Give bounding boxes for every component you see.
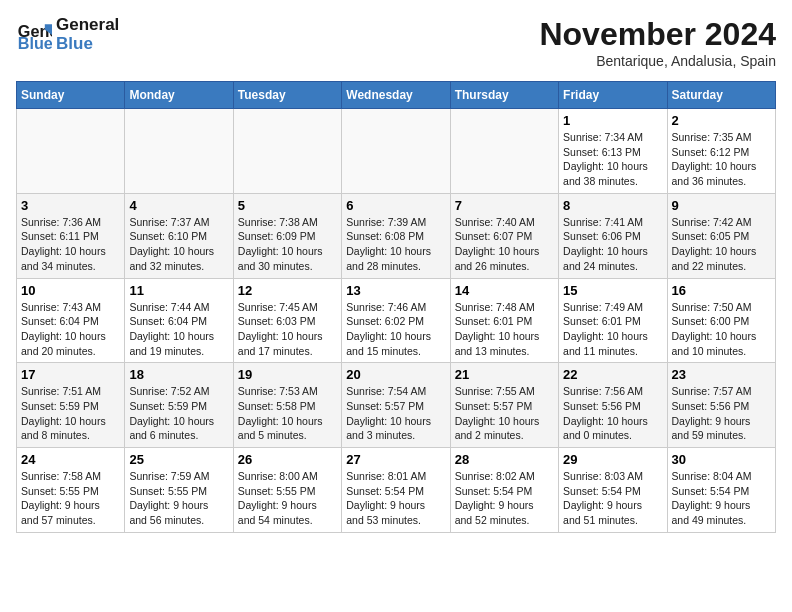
weekday-header-tuesday: Tuesday [233, 82, 341, 109]
calendar-cell [233, 109, 341, 194]
day-info: Sunrise: 7:54 AM Sunset: 5:57 PM Dayligh… [346, 384, 445, 443]
calendar-cell: 13Sunrise: 7:46 AM Sunset: 6:02 PM Dayli… [342, 278, 450, 363]
day-number: 16 [672, 283, 771, 298]
day-number: 18 [129, 367, 228, 382]
day-number: 27 [346, 452, 445, 467]
day-info: Sunrise: 8:01 AM Sunset: 5:54 PM Dayligh… [346, 469, 445, 528]
week-row-3: 10Sunrise: 7:43 AM Sunset: 6:04 PM Dayli… [17, 278, 776, 363]
header: General Blue General Blue November 2024 … [16, 16, 776, 69]
calendar-cell: 14Sunrise: 7:48 AM Sunset: 6:01 PM Dayli… [450, 278, 558, 363]
logo-line2: Blue [56, 35, 119, 54]
day-info: Sunrise: 8:02 AM Sunset: 5:54 PM Dayligh… [455, 469, 554, 528]
calendar-cell: 29Sunrise: 8:03 AM Sunset: 5:54 PM Dayli… [559, 448, 667, 533]
logo: General Blue General Blue [16, 16, 119, 53]
week-row-2: 3Sunrise: 7:36 AM Sunset: 6:11 PM Daylig… [17, 193, 776, 278]
calendar-cell: 17Sunrise: 7:51 AM Sunset: 5:59 PM Dayli… [17, 363, 125, 448]
day-number: 19 [238, 367, 337, 382]
day-number: 11 [129, 283, 228, 298]
calendar-cell: 15Sunrise: 7:49 AM Sunset: 6:01 PM Dayli… [559, 278, 667, 363]
day-info: Sunrise: 7:43 AM Sunset: 6:04 PM Dayligh… [21, 300, 120, 359]
day-info: Sunrise: 7:34 AM Sunset: 6:13 PM Dayligh… [563, 130, 662, 189]
day-info: Sunrise: 7:41 AM Sunset: 6:06 PM Dayligh… [563, 215, 662, 274]
calendar-cell: 3Sunrise: 7:36 AM Sunset: 6:11 PM Daylig… [17, 193, 125, 278]
calendar-cell: 8Sunrise: 7:41 AM Sunset: 6:06 PM Daylig… [559, 193, 667, 278]
day-number: 6 [346, 198, 445, 213]
day-number: 20 [346, 367, 445, 382]
day-number: 24 [21, 452, 120, 467]
day-info: Sunrise: 7:36 AM Sunset: 6:11 PM Dayligh… [21, 215, 120, 274]
day-number: 22 [563, 367, 662, 382]
day-info: Sunrise: 8:00 AM Sunset: 5:55 PM Dayligh… [238, 469, 337, 528]
calendar-cell: 11Sunrise: 7:44 AM Sunset: 6:04 PM Dayli… [125, 278, 233, 363]
calendar-cell: 4Sunrise: 7:37 AM Sunset: 6:10 PM Daylig… [125, 193, 233, 278]
week-row-5: 24Sunrise: 7:58 AM Sunset: 5:55 PM Dayli… [17, 448, 776, 533]
day-info: Sunrise: 8:03 AM Sunset: 5:54 PM Dayligh… [563, 469, 662, 528]
day-info: Sunrise: 8:04 AM Sunset: 5:54 PM Dayligh… [672, 469, 771, 528]
day-info: Sunrise: 7:39 AM Sunset: 6:08 PM Dayligh… [346, 215, 445, 274]
weekday-header-sunday: Sunday [17, 82, 125, 109]
day-number: 1 [563, 113, 662, 128]
calendar-cell: 20Sunrise: 7:54 AM Sunset: 5:57 PM Dayli… [342, 363, 450, 448]
day-number: 2 [672, 113, 771, 128]
day-number: 3 [21, 198, 120, 213]
calendar-cell: 22Sunrise: 7:56 AM Sunset: 5:56 PM Dayli… [559, 363, 667, 448]
day-number: 26 [238, 452, 337, 467]
day-info: Sunrise: 7:51 AM Sunset: 5:59 PM Dayligh… [21, 384, 120, 443]
day-number: 10 [21, 283, 120, 298]
calendar-cell: 16Sunrise: 7:50 AM Sunset: 6:00 PM Dayli… [667, 278, 775, 363]
week-row-4: 17Sunrise: 7:51 AM Sunset: 5:59 PM Dayli… [17, 363, 776, 448]
day-number: 28 [455, 452, 554, 467]
day-info: Sunrise: 7:38 AM Sunset: 6:09 PM Dayligh… [238, 215, 337, 274]
calendar-cell [450, 109, 558, 194]
calendar-cell: 25Sunrise: 7:59 AM Sunset: 5:55 PM Dayli… [125, 448, 233, 533]
day-info: Sunrise: 7:37 AM Sunset: 6:10 PM Dayligh… [129, 215, 228, 274]
day-number: 17 [21, 367, 120, 382]
calendar-cell: 19Sunrise: 7:53 AM Sunset: 5:58 PM Dayli… [233, 363, 341, 448]
calendar-cell: 2Sunrise: 7:35 AM Sunset: 6:12 PM Daylig… [667, 109, 775, 194]
calendar-cell: 28Sunrise: 8:02 AM Sunset: 5:54 PM Dayli… [450, 448, 558, 533]
calendar-cell: 1Sunrise: 7:34 AM Sunset: 6:13 PM Daylig… [559, 109, 667, 194]
day-number: 12 [238, 283, 337, 298]
day-info: Sunrise: 7:48 AM Sunset: 6:01 PM Dayligh… [455, 300, 554, 359]
day-info: Sunrise: 7:58 AM Sunset: 5:55 PM Dayligh… [21, 469, 120, 528]
day-info: Sunrise: 7:40 AM Sunset: 6:07 PM Dayligh… [455, 215, 554, 274]
day-info: Sunrise: 7:52 AM Sunset: 5:59 PM Dayligh… [129, 384, 228, 443]
week-row-1: 1Sunrise: 7:34 AM Sunset: 6:13 PM Daylig… [17, 109, 776, 194]
weekday-header-thursday: Thursday [450, 82, 558, 109]
day-info: Sunrise: 7:45 AM Sunset: 6:03 PM Dayligh… [238, 300, 337, 359]
weekday-header-friday: Friday [559, 82, 667, 109]
calendar-cell: 9Sunrise: 7:42 AM Sunset: 6:05 PM Daylig… [667, 193, 775, 278]
day-number: 14 [455, 283, 554, 298]
day-info: Sunrise: 7:42 AM Sunset: 6:05 PM Dayligh… [672, 215, 771, 274]
weekday-header-monday: Monday [125, 82, 233, 109]
calendar-cell [342, 109, 450, 194]
logo-icon: General Blue [16, 17, 52, 53]
calendar-cell: 12Sunrise: 7:45 AM Sunset: 6:03 PM Dayli… [233, 278, 341, 363]
weekday-header-row: SundayMondayTuesdayWednesdayThursdayFrid… [17, 82, 776, 109]
calendar-cell: 6Sunrise: 7:39 AM Sunset: 6:08 PM Daylig… [342, 193, 450, 278]
day-info: Sunrise: 7:46 AM Sunset: 6:02 PM Dayligh… [346, 300, 445, 359]
calendar-cell: 5Sunrise: 7:38 AM Sunset: 6:09 PM Daylig… [233, 193, 341, 278]
calendar-cell: 30Sunrise: 8:04 AM Sunset: 5:54 PM Dayli… [667, 448, 775, 533]
day-number: 7 [455, 198, 554, 213]
day-number: 4 [129, 198, 228, 213]
day-number: 30 [672, 452, 771, 467]
day-info: Sunrise: 7:55 AM Sunset: 5:57 PM Dayligh… [455, 384, 554, 443]
calendar: SundayMondayTuesdayWednesdayThursdayFrid… [16, 81, 776, 533]
calendar-cell: 18Sunrise: 7:52 AM Sunset: 5:59 PM Dayli… [125, 363, 233, 448]
day-info: Sunrise: 7:53 AM Sunset: 5:58 PM Dayligh… [238, 384, 337, 443]
title-block: November 2024 Bentarique, Andalusia, Spa… [539, 16, 776, 69]
day-info: Sunrise: 7:59 AM Sunset: 5:55 PM Dayligh… [129, 469, 228, 528]
weekday-header-wednesday: Wednesday [342, 82, 450, 109]
calendar-cell: 10Sunrise: 7:43 AM Sunset: 6:04 PM Dayli… [17, 278, 125, 363]
calendar-cell: 7Sunrise: 7:40 AM Sunset: 6:07 PM Daylig… [450, 193, 558, 278]
calendar-cell: 24Sunrise: 7:58 AM Sunset: 5:55 PM Dayli… [17, 448, 125, 533]
month-title: November 2024 [539, 16, 776, 53]
day-info: Sunrise: 7:57 AM Sunset: 5:56 PM Dayligh… [672, 384, 771, 443]
svg-text:Blue: Blue [18, 34, 52, 52]
calendar-cell: 21Sunrise: 7:55 AM Sunset: 5:57 PM Dayli… [450, 363, 558, 448]
day-info: Sunrise: 7:56 AM Sunset: 5:56 PM Dayligh… [563, 384, 662, 443]
calendar-cell [17, 109, 125, 194]
calendar-cell: 26Sunrise: 8:00 AM Sunset: 5:55 PM Dayli… [233, 448, 341, 533]
calendar-cell [125, 109, 233, 194]
